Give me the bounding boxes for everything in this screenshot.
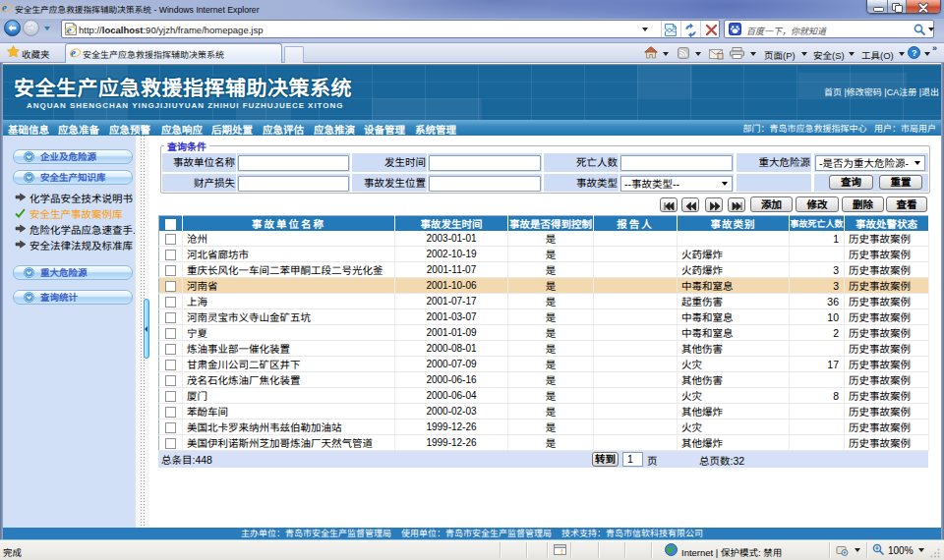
svg-text:?: ? — [912, 48, 917, 58]
svg-text:!: ! — [560, 547, 563, 556]
svg-text:e: e — [71, 47, 76, 60]
svg-text:e: e — [2, 2, 7, 15]
